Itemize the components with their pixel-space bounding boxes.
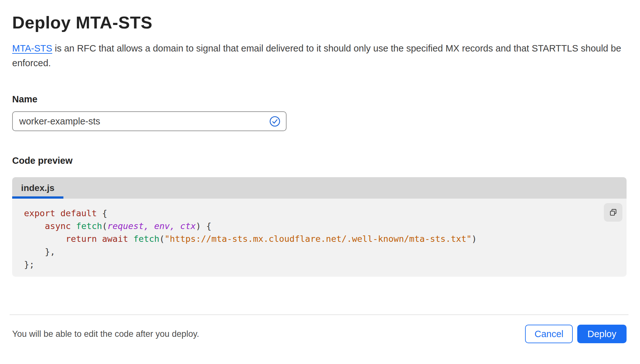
code-preview-label: Code preview [12, 155, 627, 166]
name-label: Name [12, 93, 627, 105]
footer: You will be able to edit the code after … [12, 324, 627, 344]
deploy-mta-sts-page: Deploy MTA-STS MTA-STS is an RFC that al… [0, 11, 640, 364]
name-input[interactable] [19, 116, 269, 127]
tab-label: index.js [21, 183, 54, 193]
name-input-container [12, 111, 287, 131]
copy-icon [609, 208, 618, 217]
code-line: }, [24, 245, 627, 258]
tab-active-underline [12, 196, 63, 199]
page-title: Deploy MTA-STS [12, 11, 627, 34]
code-lines: export default { async fetch(request, en… [24, 207, 627, 271]
intro-paragraph: MTA-STS is an RFC that allows a domain t… [12, 41, 624, 70]
footer-note: You will be able to edit the code after … [12, 329, 199, 339]
code-line: }; [24, 258, 627, 271]
code-tabbar: index.js [12, 177, 627, 199]
code-line: export default { [24, 207, 627, 220]
code-line: return await fetch("https://mta-sts.mx.c… [24, 233, 627, 245]
code-preview-block: index.js export default { async fetch(re… [12, 177, 627, 277]
intro-text: is an RFC that allows a domain to signal… [12, 43, 621, 68]
mta-sts-link[interactable]: MTA-STS [12, 43, 52, 53]
deploy-button[interactable]: Deploy [577, 325, 627, 343]
code-line: async fetch(request, env, ctx) { [24, 220, 627, 233]
code-editor-area: export default { async fetch(request, en… [12, 199, 627, 277]
footer-actions: Cancel Deploy [525, 325, 627, 343]
cancel-button[interactable]: Cancel [525, 325, 572, 343]
tab-index-js[interactable]: index.js [12, 177, 63, 199]
copy-code-button[interactable] [604, 203, 622, 222]
footer-divider [10, 314, 628, 315]
check-circle-icon [269, 115, 281, 127]
